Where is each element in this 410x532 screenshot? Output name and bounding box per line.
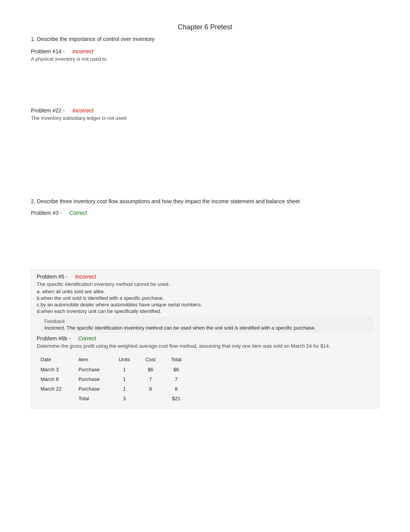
table-row: March 22Purchase188	[41, 384, 195, 394]
table-cell: 1	[117, 365, 144, 374]
problem-3-header: Problem #3 - Correct	[31, 210, 379, 216]
section1-heading: 1. Describe the importance of control ov…	[31, 36, 379, 42]
option-c: c.by an automobile dealer where automobi…	[37, 302, 373, 308]
problem-6b-status: Correct	[78, 335, 96, 342]
problem-14-body: A physical inventory is not used to	[31, 56, 379, 62]
option-b: b.when the unit sold is identified with …	[37, 295, 373, 301]
inventory-table: Date Item Units Cost Total March 3Purcha…	[41, 354, 195, 403]
table-cell: Total	[78, 394, 117, 403]
problem-6b-header: Problem #6b - Correct	[37, 335, 373, 342]
problem-22-status: Incorrect	[72, 107, 93, 114]
col-item: Item	[78, 354, 117, 365]
table-cell: March 3	[41, 365, 78, 374]
problem-14-label: Problem #14 -	[31, 48, 65, 54]
problem-5-header: Problem #5 - Incorrect	[37, 274, 373, 280]
problem-22-label: Problem #22 -	[31, 107, 65, 114]
table-row: March 8Purchase177	[41, 374, 195, 384]
table-cell	[41, 394, 78, 403]
feedback-text: Incorrect. The specific identification i…	[44, 325, 369, 331]
section2-heading: 2. Describe three inventory cost flow as…	[31, 198, 379, 204]
table-cell: 7	[144, 374, 169, 384]
table-cell: 1	[117, 374, 144, 384]
problem-3-status: Correct	[69, 210, 87, 216]
problem-14-header: Problem #14 - Incorrect	[31, 48, 379, 54]
table-row: Total3$21	[41, 394, 195, 403]
option-a: a. when all units sold are alike.	[37, 289, 373, 294]
problem-5-label: Problem #5 -	[37, 274, 68, 280]
table-cell: 1	[117, 384, 144, 394]
table-cell: Purchase	[78, 365, 117, 374]
problem-5-block: Problem #5 - Incorrect The specific iden…	[31, 270, 379, 408]
problem-5-feedback: Feedback Incorrect. The specific identif…	[41, 316, 373, 333]
problem-3-block: Problem #3 - Correct	[31, 210, 379, 216]
table-cell: $21	[169, 394, 195, 403]
table-cell: March 22	[41, 384, 78, 394]
feedback-label: Feedback	[44, 319, 369, 324]
col-units: Units	[117, 354, 144, 365]
problem-6b-label: Problem #6b -	[37, 335, 71, 342]
problem-6b-body: Determine the gross profit using the wei…	[37, 343, 373, 349]
page-title: Chapter 6 Pretest	[31, 23, 379, 31]
option-d: d.when each inventory unit can be specif…	[37, 308, 373, 314]
inventory-table-section: Date Item Units Cost Total March 3Purcha…	[41, 354, 373, 403]
table-cell: March 8	[41, 374, 78, 384]
table-cell: $6	[144, 365, 169, 374]
table-cell: 3	[117, 394, 144, 403]
table-cell: 8	[169, 384, 195, 394]
table-row: March 3Purchase1$6$6	[41, 365, 195, 374]
table-cell: 7	[169, 374, 195, 384]
problem-5-options: a. when all units sold are alike. b.when…	[37, 289, 373, 314]
problem-5-body: The specific identification inventory me…	[37, 281, 373, 287]
table-cell: Purchase	[78, 374, 117, 384]
table-cell: 8	[144, 384, 169, 394]
col-cost: Cost	[144, 354, 169, 365]
problem-22-header: Problem #22 - Incorrect	[31, 107, 379, 114]
col-total: Total	[169, 354, 195, 365]
problem-14-status: Incorrect	[72, 48, 93, 54]
table-cell	[144, 394, 169, 403]
problem-22-body: The inventory subsidiary ledger is not u…	[31, 115, 379, 121]
problem-22-block: Problem #22 - Incorrect The inventory su…	[31, 107, 379, 121]
problem-5-status: Incorrect	[75, 274, 96, 280]
table-cell: $6	[169, 365, 195, 374]
table-cell: Purchase	[78, 384, 117, 394]
problem-3-label: Problem #3 -	[31, 210, 62, 216]
col-date: Date	[41, 354, 78, 365]
problem-14-block: Problem #14 - Incorrect A physical inven…	[31, 48, 379, 62]
